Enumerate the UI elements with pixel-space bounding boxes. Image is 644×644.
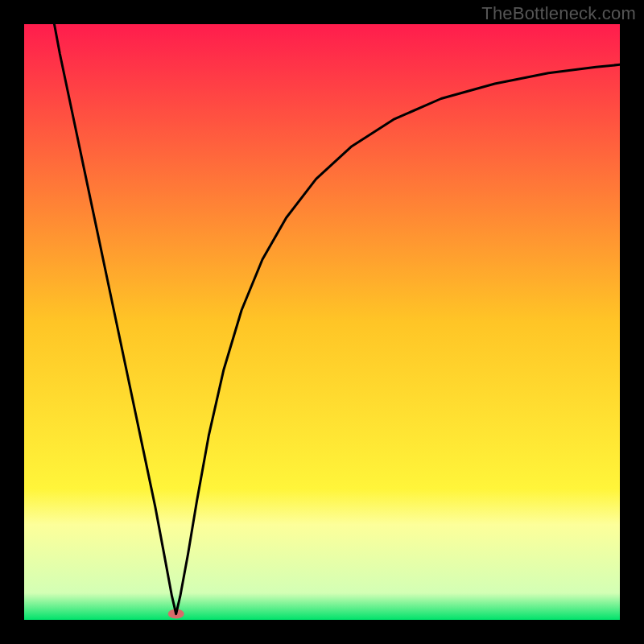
- chart-svg: [24, 24, 620, 620]
- chart-frame: TheBottleneck.com: [0, 0, 644, 644]
- watermark-text: TheBottleneck.com: [481, 3, 636, 24]
- plot-area: [24, 24, 620, 620]
- gradient-background: [24, 24, 620, 620]
